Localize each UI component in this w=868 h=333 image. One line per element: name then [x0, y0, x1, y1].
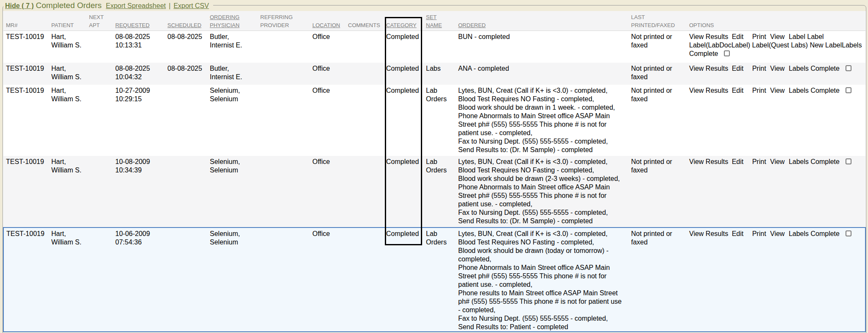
- option-view[interactable]: View: [770, 230, 785, 237]
- cell-category: Completed: [384, 31, 423, 63]
- option-edit[interactable]: Edit: [732, 65, 744, 72]
- column-header-scheduled[interactable]: SCHEDULED: [165, 11, 207, 31]
- option-labels[interactable]: Labels: [789, 158, 809, 165]
- option-edit[interactable]: Edit: [732, 87, 744, 94]
- cell-scheduled: 08-08-2025: [165, 31, 207, 63]
- complete-checkbox[interactable]: [846, 65, 851, 71]
- column-header-referring_provider: REFERRINGPROVIDER: [258, 11, 310, 31]
- cell-options: View Results Edit Print View Labels Comp…: [687, 63, 865, 85]
- cell-next_apt: [86, 85, 113, 156]
- cell-patient: Hart, William S.: [49, 156, 86, 228]
- option-view[interactable]: View: [770, 87, 785, 94]
- cell-comments: [345, 63, 384, 85]
- option-edit[interactable]: Edit: [732, 158, 744, 165]
- ordered-item: Fax to Nursing Dept. (555) 555-5555 - co…: [458, 314, 623, 323]
- cell-requested: 10-08-2009 10:34:39: [113, 156, 165, 228]
- column-header-next_apt: NEXTAPT: [86, 11, 113, 31]
- cell-set_name: [423, 31, 456, 63]
- cell-ordered: ANA - completed: [456, 63, 629, 85]
- column-header-patient: PATIENT: [49, 11, 86, 31]
- option-edit[interactable]: Edit: [732, 33, 744, 40]
- ordered-item: Lytes, BUN, Creat (Call if K+ is <3.0) -…: [458, 158, 623, 166]
- option-view[interactable]: View: [770, 65, 785, 72]
- ordered-item: Phone Abnormals to Main Street office AS…: [458, 264, 623, 289]
- panel-title: Completed Orders: [36, 1, 102, 10]
- export-csv-link[interactable]: Export CSV: [173, 2, 209, 9]
- cell-options: View Results Edit Print View Labels Comp…: [687, 85, 865, 156]
- option-label-labdoclabel[interactable]: Label(LabDocLabel): [689, 42, 750, 49]
- cell-requested: 10-06-2009 07:54:36: [113, 228, 165, 332]
- option-print[interactable]: Print: [752, 158, 766, 165]
- option-print[interactable]: Print: [752, 87, 766, 94]
- complete-checkbox[interactable]: [846, 230, 851, 236]
- cell-options: View Results Edit Print View Labels Comp…: [687, 228, 865, 332]
- ordered-item: Blood Test Requires NO Fasting - complet…: [458, 166, 623, 175]
- cell-last_printed_faxed: Not printed or faxed: [629, 63, 687, 85]
- cell-referring_provider: [258, 228, 310, 332]
- option-complete[interactable]: Complete: [689, 50, 718, 57]
- ordered-item: Phone results to Main Street office ASAP…: [458, 289, 623, 314]
- ordered-item: Blood work should be drawn (2-3 weeks) -…: [458, 175, 623, 183]
- column-header-ordered[interactable]: ORDERED: [456, 11, 629, 31]
- option-print[interactable]: Print: [752, 65, 766, 72]
- option-new-label[interactable]: New Label: [810, 42, 842, 49]
- cell-category: Completed: [384, 228, 423, 332]
- ordered-item: Fax to Nursing Dept. (555) 555-5555 - co…: [458, 137, 623, 146]
- option-view-results[interactable]: View Results: [689, 33, 728, 40]
- option-view-results[interactable]: View Results: [689, 158, 728, 165]
- cell-referring_provider: [258, 31, 310, 63]
- option-view-results[interactable]: View Results: [689, 230, 728, 237]
- complete-checkbox[interactable]: [724, 50, 730, 56]
- table-row: TEST-10019Hart, William S.10-08-2009 10:…: [3, 156, 865, 228]
- cell-scheduled: [165, 85, 207, 156]
- column-header-location[interactable]: LOCATION: [310, 11, 345, 31]
- ordered-item: Phone Abnormals to Main Street office AS…: [458, 112, 623, 137]
- completed-orders-panel: MR#PATIENTNEXTAPTREQUESTEDSCHEDULEDORDER…: [3, 5, 866, 333]
- option-label[interactable]: Label: [789, 33, 805, 40]
- ordered-item: Lytes, BUN, Creat (Call if K+ is <3.0) -…: [458, 230, 623, 238]
- legend-separator: |: [169, 2, 170, 9]
- cell-next_apt: [86, 31, 113, 63]
- option-view[interactable]: View: [770, 33, 785, 40]
- option-print[interactable]: Print: [752, 33, 766, 40]
- ordered-item: Phone Abnormals to Main Street office AS…: [458, 183, 623, 208]
- cell-set_name: Lab Orders: [423, 156, 456, 228]
- cell-mr: TEST-10019: [3, 63, 49, 85]
- cell-last_printed_faxed: Not printed or faxed: [629, 85, 687, 156]
- option-complete[interactable]: Complete: [810, 87, 839, 94]
- complete-checkbox[interactable]: [846, 158, 851, 164]
- option-complete[interactable]: Complete: [810, 158, 839, 165]
- option-complete[interactable]: Complete: [810, 230, 839, 237]
- option-label[interactable]: Label: [807, 33, 823, 40]
- cell-requested: 10-27-2009 10:29:15: [113, 85, 165, 156]
- option-view-results[interactable]: View Results: [689, 87, 728, 94]
- option-label-quest-labs[interactable]: Label(Quest Labs): [752, 42, 808, 49]
- option-labels[interactable]: Labels: [789, 87, 809, 94]
- option-complete[interactable]: Complete: [810, 65, 839, 72]
- option-print[interactable]: Print: [752, 230, 766, 237]
- option-edit[interactable]: Edit: [732, 230, 744, 237]
- hide-link[interactable]: Hide ( 7 ): [5, 2, 34, 9]
- ordered-item: ANA - completed: [458, 64, 623, 73]
- column-header-requested[interactable]: REQUESTED: [113, 11, 165, 31]
- cell-comments: [345, 228, 384, 332]
- option-labels[interactable]: Labels: [789, 230, 809, 237]
- cell-mr: TEST-10019: [3, 85, 49, 156]
- cell-patient: Hart, William S.: [49, 31, 86, 63]
- cell-next_apt: [86, 156, 113, 228]
- table-row: TEST-10019Hart, William S.08-08-2025 10:…: [3, 63, 865, 85]
- ordered-item: Send Results to: (Dr. M Sample) - comple…: [458, 217, 623, 225]
- export-spreadsheet-link[interactable]: Export Spreadsheet: [106, 2, 166, 9]
- option-labels[interactable]: Labels: [842, 42, 862, 49]
- option-view[interactable]: View: [770, 158, 785, 165]
- cell-ordering_physician: Selenium, Selenium: [207, 85, 258, 156]
- table-row: TEST-10019Hart, William S.08-08-2025 10:…: [3, 31, 865, 63]
- column-header-category[interactable]: CATEGORY: [384, 11, 423, 31]
- option-labels[interactable]: Labels: [789, 65, 809, 72]
- option-view-results[interactable]: View Results: [689, 65, 728, 72]
- column-header-set_name[interactable]: SETNAME: [423, 11, 456, 31]
- ordered-item: Blood Test Requires NO Fasting - complet…: [458, 95, 623, 103]
- column-header-ordering_physician[interactable]: ORDERINGPHYSICIAN: [207, 11, 258, 31]
- column-header-options: OPTIONS: [687, 11, 865, 31]
- complete-checkbox[interactable]: [846, 87, 851, 93]
